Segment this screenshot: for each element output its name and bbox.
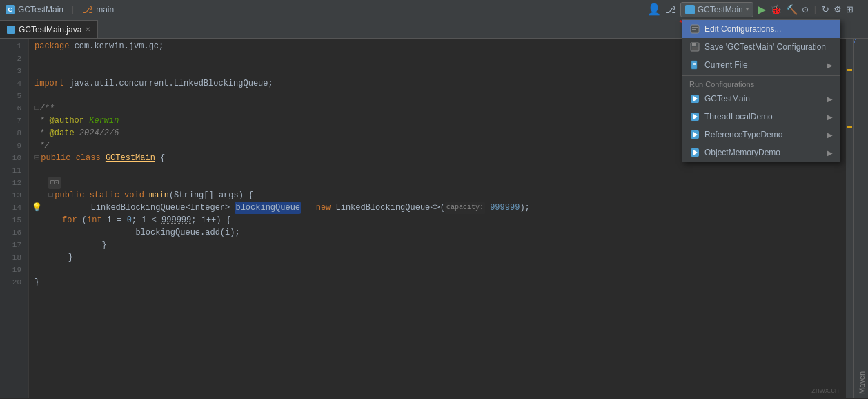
gutter-line-20: 20 — [0, 276, 24, 289]
config-icon — [685, 5, 695, 14]
svg-rect-7 — [693, 63, 696, 64]
update-button[interactable]: ↻ — [822, 4, 829, 14]
run-dropdown-menu: Edit Configurations... Save 'GCTestMain'… — [682, 19, 840, 162]
code-line-13: ⊟ public static void main(String[] args)… — [29, 189, 846, 202]
referencetypedemo-arrow: ▶ — [827, 131, 833, 139]
edit-configs-icon — [689, 23, 700, 35]
menu-item-objectmemorydemo[interactable]: ObjectMemoryDemo ▶ — [682, 144, 840, 162]
current-file-icon — [689, 59, 700, 70]
gutter-line-11: 11 — [0, 164, 24, 177]
gutter-line-6: 6 — [0, 102, 24, 115]
gutter-line-13: ▶ 13 — [0, 189, 24, 202]
settings-button[interactable]: ⚙ — [834, 4, 842, 14]
objectmemorydemo-label: ObjectMemoryDemo — [704, 148, 823, 157]
project-icon: G — [6, 5, 15, 14]
line-gutter: 1 2 3 4 5 6 7 8 9 ▶ 10 11 12 ▶ 13 14 15 … — [0, 39, 29, 398]
referencetypedemo-icon — [689, 129, 700, 140]
gutter-line-19: 19 — [0, 264, 24, 276]
gutter-line-7: 7 — [0, 115, 24, 127]
tab-label: GCTestMain.java — [19, 25, 81, 35]
gctestmain-run-label: GCTestMain — [704, 94, 823, 104]
code-line-11 — [29, 164, 846, 177]
gutter-line-1: 1 — [0, 40, 24, 52]
branch-icon: ⎇ — [82, 4, 93, 15]
objectmemorydemo-arrow: ▶ — [827, 149, 833, 157]
maven-panel-label[interactable]: Maven — [856, 39, 868, 398]
svg-rect-1 — [692, 27, 698, 28]
gutter-line-14: 14 — [0, 202, 24, 214]
project-name: GCTestMain — [18, 5, 63, 14]
branch-name: main — [96, 5, 114, 14]
menu-item-current-file[interactable]: Current File ▶ — [682, 56, 840, 74]
menu-item-save-config[interactable]: Save 'GCTestMain' Configuration — [682, 38, 840, 56]
code-line-12: ⊞⊡ — [29, 177, 846, 189]
code-line-16: blockingQueue.add(i); — [29, 226, 846, 239]
gutter-line-9: 9 — [0, 139, 24, 152]
code-line-15: for ( int i = 0 ; i < 999999 ; i++) { — [29, 214, 846, 226]
svg-rect-2 — [692, 29, 696, 30]
right-scrollbar[interactable] — [846, 39, 853, 398]
gutter-line-5: 5 — [0, 90, 24, 102]
menu-item-gctestmain[interactable]: GCTestMain ▶ — [682, 90, 840, 108]
threadlocaldemo-arrow: ▶ — [827, 113, 833, 121]
menu-separator-1 — [682, 75, 840, 76]
edit-configs-label: Edit Configurations... — [704, 24, 833, 34]
debug-button[interactable]: 🐞 — [770, 4, 782, 15]
current-file-label: Current File — [704, 60, 823, 70]
gctestmain-run-icon — [689, 93, 700, 104]
code-line-19 — [29, 264, 846, 276]
run-config-label: GCTestMain — [698, 5, 743, 14]
gutter-line-18: 18 — [0, 251, 24, 264]
current-file-arrow: ▶ — [827, 61, 833, 69]
gctestmain-arrow: ▶ — [827, 95, 833, 103]
bulb-icon: 💡 — [32, 202, 42, 214]
toolbar-actions: 👤 ⎇ GCTestMain ▾ ▶ 🐞 🔨 ⊙ | ↻ — [647, 2, 862, 17]
build-button[interactable]: 🔨 — [786, 4, 798, 15]
menu-item-threadlocaldemo[interactable]: ThreadLocalDemo ▶ — [682, 108, 840, 126]
code-line-20: } — [29, 276, 846, 289]
save-config-icon — [689, 41, 700, 52]
layout-button[interactable]: ⊞ — [846, 4, 854, 14]
threadlocaldemo-label: ThreadLocalDemo — [704, 112, 823, 121]
objectmemorydemo-icon — [689, 147, 700, 158]
watermark: znwx.cn — [811, 386, 839, 394]
gutter-line-16: 16 — [0, 226, 24, 239]
svg-rect-8 — [693, 64, 696, 65]
java-file-icon — [7, 26, 15, 34]
gutter-line-2: 2 — [0, 52, 24, 65]
maven-panel[interactable]: Maven — [853, 39, 868, 398]
git-icon[interactable]: ⎇ — [665, 4, 676, 15]
gutter-line-8: 8 — [0, 127, 24, 139]
run-options-button[interactable]: ⊙ — [802, 5, 809, 14]
save-config-label: Save 'GCTestMain' Configuration — [704, 42, 833, 52]
run-configs-section-label: Run Configurations — [682, 77, 840, 90]
tab-close-button[interactable]: ✕ — [85, 26, 90, 33]
menu-item-referencetypedemo[interactable]: ReferenceTypeDemo ▶ — [682, 126, 840, 144]
tab-gctestmain[interactable]: GCTestMain.java ✕ — [0, 20, 98, 38]
gutter-line-3: 3 — [0, 65, 24, 77]
gutter-line-12: 12 — [0, 177, 24, 189]
gutter-line-17: 17 — [0, 239, 24, 251]
avatar-icon[interactable]: 👤 — [647, 3, 661, 16]
scroll-mark-warning-2 — [847, 126, 852, 128]
branch-label: ⎇ main — [82, 4, 114, 15]
threadlocaldemo-icon — [689, 111, 700, 122]
code-line-18: } — [29, 251, 846, 264]
run-config-wrapper: GCTestMain ▾ — [680, 2, 753, 17]
svg-rect-5 — [692, 47, 698, 50]
gutter-line-10: ▶ 10 — [0, 152, 24, 164]
run-button[interactable]: ▶ — [758, 3, 766, 16]
menu-item-edit-configs[interactable]: Edit Configurations... — [682, 20, 840, 38]
title-bar: G GCTestMain | ⎇ main 👤 ⎇ GCTestMain ▾ ▶ — [0, 0, 868, 19]
code-line-14: 💡 LinkedBlockingQueue<Integer> blockingQ… — [29, 202, 846, 214]
gutter-line-15: 15 — [0, 214, 24, 226]
run-config-button[interactable]: GCTestMain ▾ — [680, 2, 753, 17]
scroll-mark-warning — [847, 69, 852, 71]
gutter-line-4: 4 — [0, 77, 24, 90]
svg-rect-4 — [692, 43, 696, 46]
project-label: G GCTestMain — [6, 5, 63, 14]
run-config-chevron: ▾ — [746, 6, 749, 12]
code-line-17: } — [29, 239, 846, 251]
referencetypedemo-label: ReferenceTypeDemo — [704, 130, 823, 139]
